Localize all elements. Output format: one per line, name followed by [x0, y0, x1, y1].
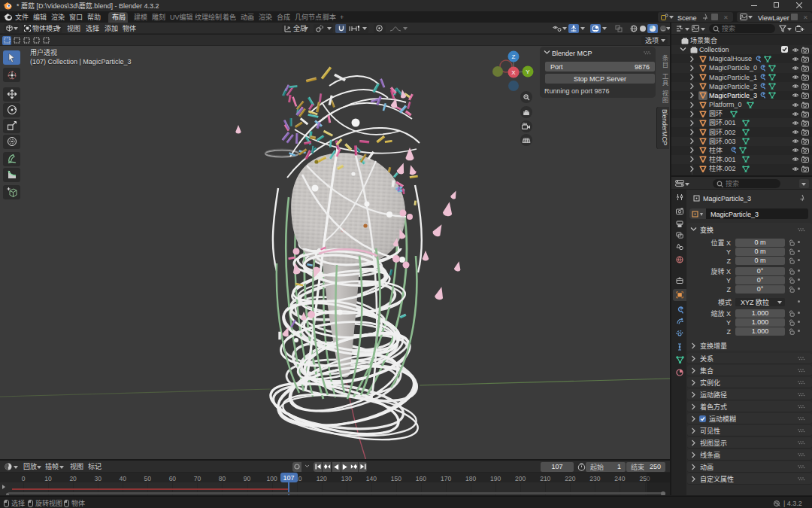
- svg-text:Z: Z: [512, 53, 516, 60]
- svg-text:Y: Y: [526, 68, 530, 75]
- svg-text:X: X: [511, 69, 516, 76]
